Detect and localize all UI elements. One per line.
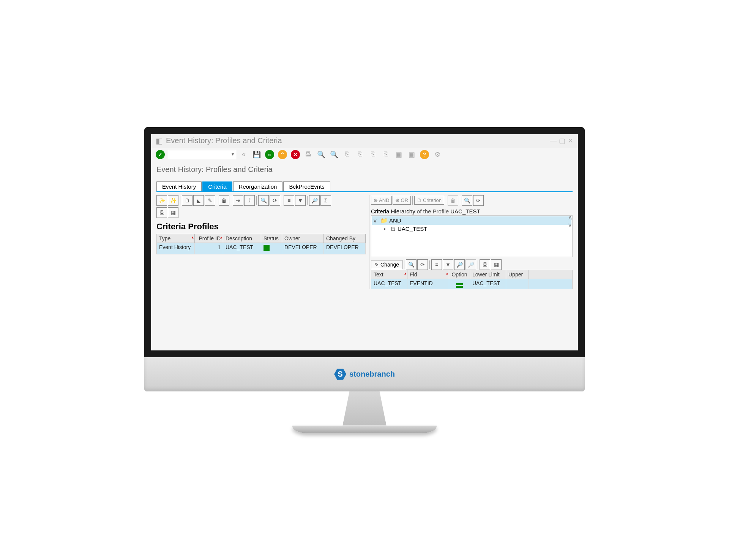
- tab-event-history[interactable]: Event History: [156, 181, 202, 191]
- find-icon[interactable]: 🔍: [316, 149, 327, 160]
- details3-icon[interactable]: 🔍: [406, 259, 417, 270]
- page-next-icon[interactable]: ⎘: [368, 149, 378, 160]
- col-text[interactable]: Text: [371, 270, 407, 279]
- table-row[interactable]: Event History 1 UAC_TEST DEVELOPER DEVEL…: [157, 243, 366, 254]
- filter2-icon[interactable]: ▼: [443, 259, 453, 270]
- page-first-icon[interactable]: ⎘: [342, 149, 352, 160]
- criteria-tree: v📁AND ▪🗎UAC_TEST: [371, 215, 573, 257]
- col-changed-by[interactable]: Changed By: [324, 234, 366, 243]
- back-button[interactable]: «: [264, 149, 275, 160]
- left-toolbar: ✨ ✨ 🗋 ◣ ✎ 🗑 ⇥ ⤴ 🔍 ⟳: [156, 195, 366, 206]
- find2-icon[interactable]: 🔎: [454, 259, 465, 270]
- grid2-icon[interactable]: ▦: [491, 259, 502, 270]
- col-description[interactable]: Description: [223, 234, 261, 243]
- maximize-button[interactable]: ▢: [559, 137, 565, 145]
- refresh2-icon[interactable]: ⟳: [473, 195, 484, 206]
- page-title: Event History: Profiles and Criteria: [151, 161, 578, 181]
- cancel-button[interactable]: ✕: [290, 149, 301, 160]
- monitor-frame: ◧ Event History: Profiles and Criteria —…: [144, 127, 585, 433]
- title-bar: ◧ Event History: Profiles and Criteria —…: [151, 134, 578, 148]
- close-button[interactable]: ✕: [568, 137, 573, 145]
- option-equals-icon: [449, 279, 470, 289]
- import-icon[interactable]: ⇥: [233, 195, 243, 206]
- main-toolbar: ✓ « 💾 « ⌃ ✕ 🖶 🔍 🔍 ⎘ ⎘ ⎘ ⎘ ▣ ▣ ? ⚙: [151, 148, 578, 161]
- collapse-icon[interactable]: «: [238, 149, 249, 160]
- minimize-button[interactable]: —: [550, 137, 557, 145]
- tab-bckprocevnts[interactable]: BckProcEvnts: [283, 181, 330, 191]
- find-icon[interactable]: 🔎: [309, 195, 320, 206]
- tab-reorganization[interactable]: Reorganization: [233, 181, 283, 191]
- flag-icon[interactable]: ◣: [193, 195, 204, 206]
- change-button[interactable]: ✎ Change: [371, 260, 402, 269]
- change-toolbar: ✎ Change 🔍 ⟳ ≡ ▼ 🔎 🔎 🖶 ▦: [371, 259, 573, 270]
- table-row[interactable]: UAC_TEST EVENTID UAC_TEST: [371, 279, 572, 289]
- monitor-stand: [330, 391, 399, 426]
- settings-icon[interactable]: ⚙: [432, 149, 443, 160]
- app-window: ◧ Event History: Profiles and Criteria —…: [151, 134, 578, 350]
- profiles-grid: Type Profile ID Description Status Owner…: [156, 234, 366, 254]
- and-button[interactable]: ⊕ AND: [371, 196, 392, 205]
- up-button[interactable]: ⌃: [277, 149, 288, 160]
- save-icon[interactable]: 💾: [251, 149, 262, 160]
- window-icon: ◧: [156, 136, 163, 145]
- brand-logo: S stonebranch: [334, 368, 395, 380]
- col-status[interactable]: Status: [261, 234, 282, 243]
- enter-button[interactable]: ✓: [155, 149, 166, 160]
- print3-icon[interactable]: 🖶: [480, 259, 490, 270]
- grid-icon[interactable]: ▦: [168, 207, 178, 218]
- sum-icon[interactable]: Σ: [320, 195, 331, 206]
- shortcut-icon[interactable]: ▣: [406, 149, 417, 160]
- criteria-grid: Text Fld Option Lower Limit Upper UAC_TE…: [371, 270, 573, 289]
- status-green-icon: [264, 245, 270, 251]
- tree-node-uactest[interactable]: ▪🗎UAC_TEST: [372, 225, 571, 233]
- wizard-icon[interactable]: ✨: [156, 195, 167, 206]
- right-pane: ⊕ AND ⊕ OR 🗋 Criterion 🗑 🔍 ⟳ Criteria Hi…: [369, 195, 573, 289]
- delete-icon[interactable]: 🗑: [219, 195, 229, 206]
- col-fld[interactable]: Fld: [407, 270, 449, 279]
- help-button[interactable]: ?: [419, 149, 430, 160]
- filter-icon[interactable]: ▼: [295, 195, 306, 206]
- right-toolbar: ⊕ AND ⊕ OR 🗋 Criterion 🗑 🔍 ⟳: [371, 195, 573, 206]
- sort-icon[interactable]: ≡: [431, 259, 442, 270]
- new-session-icon[interactable]: ▣: [393, 149, 404, 160]
- refresh-icon[interactable]: ⟳: [270, 195, 280, 206]
- col-type[interactable]: Type: [157, 234, 195, 243]
- page-last-icon[interactable]: ⎘: [380, 149, 391, 160]
- create-icon[interactable]: 🗋: [182, 195, 193, 206]
- col-option[interactable]: Option: [449, 270, 470, 279]
- scroll-indicator[interactable]: ʌv: [568, 214, 572, 229]
- page-prev-icon[interactable]: ⎘: [355, 149, 365, 160]
- status-cell: [261, 243, 282, 254]
- section-title: Criteria Profiles: [156, 219, 366, 234]
- details-icon[interactable]: 🔍: [258, 195, 269, 206]
- export-icon[interactable]: ⤴: [244, 195, 255, 206]
- monitor-base: S stonebranch: [144, 357, 585, 391]
- edit-icon[interactable]: ✎: [205, 195, 215, 206]
- find-next2-icon[interactable]: 🔎: [465, 259, 476, 270]
- command-input[interactable]: [168, 150, 236, 159]
- print-icon[interactable]: 🖶: [303, 149, 314, 160]
- col-owner[interactable]: Owner: [282, 234, 324, 243]
- screen-bezel: ◧ Event History: Profiles and Criteria —…: [144, 127, 585, 357]
- refresh3-icon[interactable]: ⟳: [417, 259, 428, 270]
- left-pane: ✨ ✨ 🗋 ◣ ✎ 🗑 ⇥ ⤴ 🔍 ⟳: [156, 195, 366, 289]
- criterion-button[interactable]: 🗋 Criterion: [414, 196, 444, 205]
- col-profile-id[interactable]: Profile ID: [195, 234, 223, 243]
- col-lower[interactable]: Lower Limit: [470, 270, 506, 279]
- details2-icon[interactable]: 🔍: [462, 195, 472, 206]
- window-title: Event History: Profiles and Criteria: [166, 136, 282, 145]
- monitor-foot: [292, 426, 437, 433]
- tab-strip: Event History Criteria Reorganization Bc…: [156, 181, 573, 192]
- tree-node-and[interactable]: v📁AND: [372, 216, 571, 225]
- print2-icon[interactable]: 🖶: [156, 207, 167, 218]
- wizard2-icon[interactable]: ✨: [168, 195, 178, 206]
- col-upper[interactable]: Upper: [506, 270, 529, 279]
- brand-hex-icon: S: [334, 368, 346, 380]
- delete2-icon[interactable]: 🗑: [448, 195, 458, 206]
- hierarchy-label: Criteria Hierarchy of the Profile UAC_TE…: [371, 207, 573, 215]
- brand-name: stonebranch: [349, 370, 395, 379]
- tab-criteria[interactable]: Criteria: [202, 181, 232, 191]
- find-next-icon[interactable]: 🔍: [329, 149, 339, 160]
- or-button[interactable]: ⊕ OR: [393, 196, 411, 205]
- sort-asc-icon[interactable]: ≡: [284, 195, 294, 206]
